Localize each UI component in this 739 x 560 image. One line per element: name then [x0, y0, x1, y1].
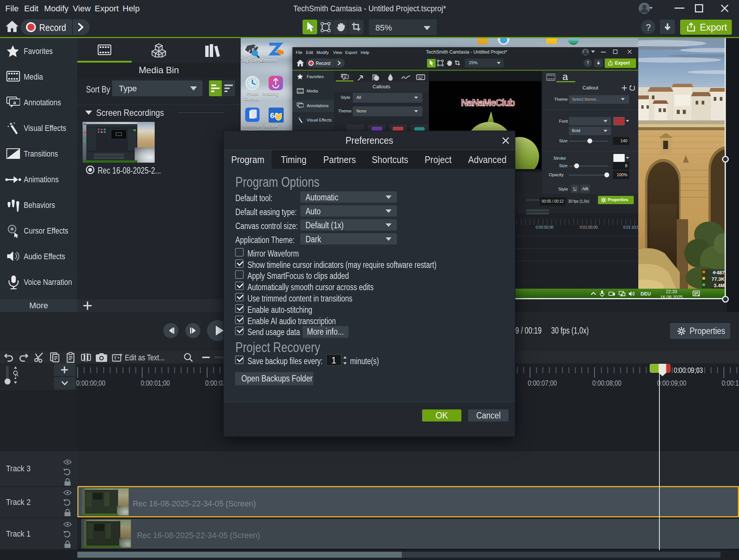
- svg-text:a: a: [13, 100, 16, 105]
- svg-text:NaNaMeClub: NaNaMeClub: [461, 97, 515, 108]
- svg-text:T: T: [114, 356, 117, 360]
